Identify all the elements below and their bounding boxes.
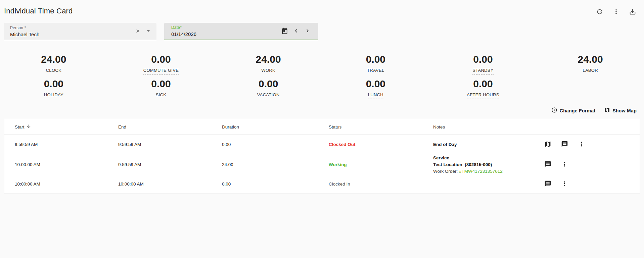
person-field[interactable]: Person * Michael Tech xyxy=(4,23,156,40)
stat-holiday: 0.00 HOLIDAY xyxy=(0,77,107,99)
kebab-menu-icon xyxy=(612,8,620,16)
stat-after-hours-value: 0.00 xyxy=(429,77,537,91)
cell-start: 9:59:59 AM xyxy=(15,142,118,147)
stat-commute-give: 0.00 COMMUTE GIVE xyxy=(107,52,215,74)
close-icon xyxy=(135,29,140,35)
download-button[interactable] xyxy=(629,8,637,16)
stat-travel-label: TRAVEL xyxy=(367,68,384,73)
cell-start: 10:00:00 AM xyxy=(15,182,118,187)
note-location: Test Location (802815-000) xyxy=(433,161,544,168)
cell-notes: End of Day xyxy=(433,142,544,147)
next-day-button[interactable] xyxy=(304,27,312,35)
comment-icon xyxy=(544,161,551,169)
stat-vacation: 0.00 VACATION xyxy=(215,77,322,99)
show-map-button[interactable]: Show Map xyxy=(604,107,637,114)
stat-labor-label: LABOR xyxy=(583,68,598,73)
cell-duration: 0.00 xyxy=(222,182,329,187)
view-toolbar: Change Format Show Map xyxy=(0,107,644,114)
stat-lunch-value: 0.00 xyxy=(322,77,429,91)
column-header-end[interactable]: End xyxy=(118,124,222,130)
stat-lunch-label: LUNCH xyxy=(368,92,383,99)
stat-sick: 0.00 SICK xyxy=(107,77,215,99)
stat-standby: 0.00 STANDBY xyxy=(429,52,537,74)
time-entries-table: Start End Duration Status Notes 9:59:59 … xyxy=(4,119,640,193)
clear-person-button[interactable] xyxy=(134,28,142,36)
stat-commute-give-value: 0.00 xyxy=(107,52,215,66)
arrow-drop-down-icon xyxy=(145,28,152,35)
stat-work-label: WORK xyxy=(261,68,275,73)
table-header-row: Start End Duration Status Notes xyxy=(4,119,640,135)
calendar-picker-button[interactable] xyxy=(281,27,289,35)
cell-notes: Service Test Location (802815-000) Work … xyxy=(433,155,544,175)
kebab-menu-icon xyxy=(561,161,568,169)
column-header-start[interactable]: Start xyxy=(15,124,118,130)
stat-lunch: 0.00 LUNCH xyxy=(322,77,429,99)
row-comment-button[interactable] xyxy=(544,180,552,188)
kebab-menu-icon xyxy=(578,141,585,149)
stat-sick-value: 0.00 xyxy=(107,77,215,91)
change-format-label: Change Format xyxy=(560,108,596,113)
stat-standby-label: STANDBY xyxy=(472,68,494,74)
stat-vacation-value: 0.00 xyxy=(215,77,322,91)
stat-after-hours-label: AFTER HOURS xyxy=(467,92,499,99)
stat-holiday-label: HOLIDAY xyxy=(44,92,63,98)
stat-work-value: 24.00 xyxy=(215,52,322,66)
column-header-notes[interactable]: Notes xyxy=(433,124,544,130)
stat-labor: 24.00 LABOR xyxy=(537,52,644,74)
row-map-button[interactable] xyxy=(544,141,552,149)
column-header-duration[interactable]: Duration xyxy=(222,124,329,130)
table-row: 10:00:00 AM 10:00:00 AM 0.00 Clocked In xyxy=(4,175,640,193)
stat-clock-label: CLOCK xyxy=(46,68,61,73)
date-field[interactable]: Date* 01/14/2026 xyxy=(164,23,318,40)
refresh-icon xyxy=(596,8,603,16)
status-badge: Working xyxy=(329,162,433,167)
table-row: 10:00:00 AM 9:59:59 AM 24.00 Working Ser… xyxy=(4,154,640,175)
date-field-controls xyxy=(281,23,312,40)
column-header-status[interactable]: Status xyxy=(329,124,433,130)
column-header-start-label: Start xyxy=(15,124,25,130)
person-field-controls xyxy=(134,23,152,40)
person-dropdown-button[interactable] xyxy=(144,28,152,36)
kebab-menu-icon xyxy=(561,180,568,188)
top-bar: Individual Time Card xyxy=(0,0,644,23)
row-comment-button[interactable] xyxy=(560,141,568,149)
stat-clock-value: 24.00 xyxy=(0,52,107,66)
chevron-left-icon xyxy=(293,28,300,35)
row-more-button[interactable] xyxy=(560,161,568,169)
change-format-button[interactable]: Change Format xyxy=(551,107,596,114)
stat-travel-value: 0.00 xyxy=(322,52,429,66)
cell-end: 10:00:00 AM xyxy=(118,182,222,187)
row-actions xyxy=(544,180,633,188)
row-more-button[interactable] xyxy=(577,141,585,149)
comment-icon xyxy=(544,180,551,188)
cell-end: 9:59:59 AM xyxy=(118,162,222,167)
more-options-button[interactable] xyxy=(612,8,620,16)
stat-commute-give-label: COMMUTE GIVE xyxy=(143,68,179,74)
note-type: Service xyxy=(433,155,544,161)
row-more-button[interactable] xyxy=(560,180,568,188)
summary-stats: 24.00 CLOCK 0.00 COMMUTE GIVE 24.00 WORK… xyxy=(0,52,644,99)
cell-end: 9:59:59 AM xyxy=(118,142,222,147)
work-order-link[interactable]: #TMW417231357612 xyxy=(459,169,503,174)
map-icon xyxy=(604,107,610,114)
refresh-button[interactable] xyxy=(596,8,604,16)
sort-descending-icon xyxy=(26,124,31,130)
cell-duration: 0.00 xyxy=(222,142,329,147)
status-badge: Clocked Out xyxy=(329,142,433,147)
stat-sick-label: SICK xyxy=(156,92,167,98)
row-actions xyxy=(544,141,633,149)
show-map-label: Show Map xyxy=(612,108,637,113)
previous-day-button[interactable] xyxy=(292,27,300,35)
stat-clock: 24.00 CLOCK xyxy=(0,52,107,74)
filter-bar: Person * Michael Tech Date* 01/14/2026 xyxy=(0,23,644,40)
stat-vacation-label: VACATION xyxy=(257,92,280,98)
note-work-order: Work Order: #TMW417231357612 xyxy=(433,168,544,175)
table-row: 9:59:59 AM 9:59:59 AM 0.00 Clocked Out E… xyxy=(4,135,640,154)
work-order-label: Work Order: xyxy=(433,169,459,174)
row-comment-button[interactable] xyxy=(544,161,552,169)
top-bar-actions xyxy=(596,5,637,16)
clock-icon xyxy=(551,107,557,114)
cell-start: 10:00:00 AM xyxy=(15,162,118,167)
map-icon xyxy=(544,141,551,149)
chevron-right-icon xyxy=(304,28,311,35)
